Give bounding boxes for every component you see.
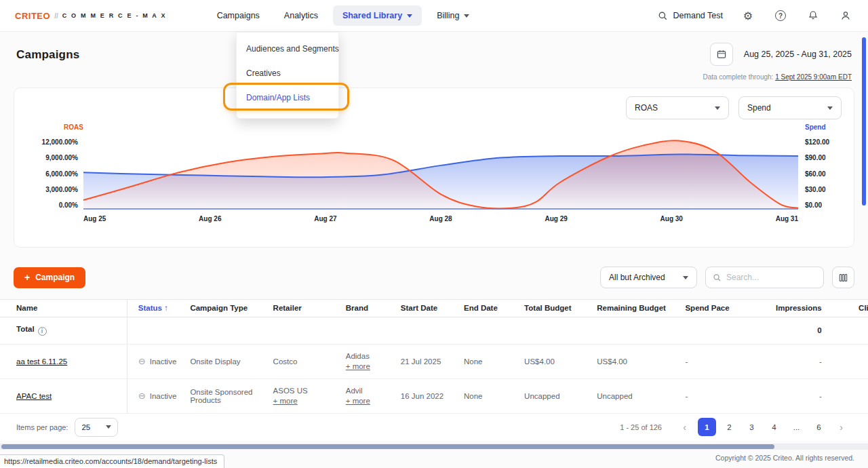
brand-more-link[interactable]: + more bbox=[346, 362, 387, 370]
question-mark-icon: ? bbox=[775, 10, 786, 21]
menu-item-audiences-segments[interactable]: Audiences and Segments bbox=[237, 37, 338, 61]
menu-item-creatives[interactable]: Creatives bbox=[237, 61, 338, 85]
user-profile-icon[interactable] bbox=[838, 8, 853, 23]
nav-label: Analytics bbox=[284, 11, 318, 20]
performance-chart-card: ROAS Spend ROAS 12,000.00%9,000.00%6,000… bbox=[14, 87, 854, 248]
horizontal-scrollbar-track[interactable] bbox=[0, 444, 868, 450]
line-chart-plot[interactable] bbox=[83, 138, 798, 209]
total-impressions: 0 bbox=[761, 317, 829, 344]
brand-cell: Advil+ more bbox=[339, 378, 394, 413]
spend-pace-cell: - bbox=[678, 344, 760, 378]
inactive-status-icon: ⊖ bbox=[138, 356, 146, 366]
person-icon bbox=[840, 9, 852, 22]
brand-more-link[interactable]: + more bbox=[346, 397, 387, 405]
col-header-retailer[interactable]: Retailer bbox=[267, 300, 339, 317]
page-button[interactable]: 2 bbox=[720, 418, 738, 436]
pagination-range: 1 - 25 of 126 bbox=[620, 423, 662, 431]
col-header-name[interactable]: Name bbox=[0, 300, 127, 317]
nav-item-analytics[interactable]: Analytics bbox=[275, 5, 328, 26]
col-header-clicks[interactable]: Clicks bbox=[829, 300, 868, 317]
chart-svg bbox=[83, 138, 798, 209]
page-ellipsis: ... bbox=[787, 418, 806, 436]
retailer-more-link[interactable]: + more bbox=[273, 397, 332, 405]
right-metric-select[interactable]: Spend bbox=[738, 96, 842, 119]
account-switcher[interactable]: Demand Test bbox=[658, 11, 723, 21]
page-header: Campaigns Aug 25, 2025 - Aug 31, 2025 Da… bbox=[0, 32, 868, 81]
total-clicks: 0 bbox=[829, 317, 868, 344]
table-row[interactable]: APAC test ⊖Inactive Onsite Sponsored Pro… bbox=[0, 378, 868, 413]
header-right: Aug 25, 2025 - Aug 31, 2025 Data complet… bbox=[703, 43, 852, 81]
x-axis-label: Aug 25 bbox=[83, 215, 106, 222]
impressions-cell: - bbox=[761, 378, 829, 413]
campaign-name-cell: aa test 6.11.25 bbox=[0, 344, 127, 378]
new-campaign-button[interactable]: Campaign bbox=[14, 267, 85, 288]
menu-item-domain-app-lists[interactable]: Domain/App Lists bbox=[237, 85, 338, 110]
col-header-impressions[interactable]: Impressions bbox=[761, 300, 829, 317]
vertical-scrollbar-thumb[interactable] bbox=[862, 37, 866, 206]
nav-item-billing[interactable]: Billing bbox=[427, 5, 479, 26]
bell-icon bbox=[807, 9, 819, 22]
page-title: Campaigns bbox=[16, 43, 79, 62]
axis-tick-label: $60.00 bbox=[805, 170, 826, 178]
col-header-total-budget[interactable]: Total Budget bbox=[517, 300, 590, 317]
empty-cell bbox=[127, 317, 183, 344]
x-axis-label: Aug 28 bbox=[429, 215, 452, 222]
chevron-down-icon bbox=[683, 276, 688, 279]
column-settings-button[interactable] bbox=[832, 267, 854, 288]
page-button[interactable]: 4 bbox=[765, 418, 783, 436]
criteo-logo[interactable]: CRITEO // C O M M E R C E - M A X bbox=[15, 11, 167, 21]
primary-nav: Campaigns Analytics Shared Library Billi… bbox=[208, 5, 479, 26]
total-budget-cell: Uncapped bbox=[517, 378, 590, 413]
data-complete-link[interactable]: 1 Sept 2025 9:00am EDT bbox=[775, 73, 852, 81]
items-per-page-select[interactable]: 25 bbox=[75, 418, 118, 437]
clicks-cell: - bbox=[829, 344, 868, 378]
nav-item-campaigns[interactable]: Campaigns bbox=[208, 5, 269, 26]
col-header-brand[interactable]: Brand bbox=[339, 300, 394, 317]
date-range-row: Aug 25, 2025 - Aug 31, 2025 bbox=[710, 43, 852, 66]
logo-product-text: C O M M E R C E - M A X bbox=[62, 12, 167, 19]
right-axis: Spend $120.00$90.00$60.00$30.00$0.00 bbox=[798, 123, 842, 222]
logo-brand-text: CRITEO bbox=[15, 11, 50, 21]
search-input[interactable] bbox=[726, 273, 801, 282]
left-metric-select[interactable]: ROAS bbox=[626, 96, 729, 119]
table-row[interactable]: aa test 6.11.25 ⊖Inactive Onsite Display… bbox=[0, 344, 868, 378]
col-header-start-date[interactable]: Start Date bbox=[394, 300, 457, 317]
archive-filter-select[interactable]: All but Archived bbox=[600, 267, 697, 288]
col-header-campaign-type[interactable]: Campaign Type bbox=[183, 300, 266, 317]
campaign-name-link[interactable]: APAC test bbox=[16, 392, 52, 400]
data-complete-line: Data complete through: 1 Sept 2025 9:00a… bbox=[703, 73, 852, 81]
columns-icon bbox=[838, 273, 848, 283]
retailer-cell: ASOS US+ more bbox=[267, 378, 339, 413]
calendar-button[interactable] bbox=[710, 43, 733, 66]
col-header-status[interactable]: Status ↑ bbox=[127, 300, 183, 317]
prev-page-button[interactable]: ‹ bbox=[675, 418, 694, 436]
top-nav-bar: CRITEO // C O M M E R C E - M A X Campai… bbox=[0, 0, 868, 32]
col-header-remaining-budget[interactable]: Remaining Budget bbox=[590, 300, 678, 317]
pagination-controls: 1 - 25 of 126 ‹ 1234...6 › bbox=[620, 418, 850, 436]
horizontal-scrollbar-thumb[interactable] bbox=[1, 444, 774, 449]
col-header-spend-pace[interactable]: Spend Pace bbox=[678, 300, 760, 317]
empty-cell bbox=[267, 317, 339, 344]
nav-label: Campaigns bbox=[217, 11, 260, 20]
impressions-cell: - bbox=[761, 344, 829, 378]
next-page-button[interactable]: › bbox=[832, 418, 850, 436]
spend-pace-cell: - bbox=[678, 378, 760, 413]
status-text: Inactive bbox=[150, 357, 177, 366]
page-button[interactable]: 3 bbox=[743, 418, 761, 436]
remaining-budget-cell: US$4.00 bbox=[590, 344, 678, 378]
toolbar-right: All but Archived bbox=[600, 267, 854, 288]
empty-cell bbox=[394, 317, 457, 344]
items-per-page-value: 25 bbox=[81, 423, 90, 431]
notifications-bell-icon[interactable] bbox=[806, 8, 821, 23]
info-icon[interactable]: i bbox=[38, 327, 47, 336]
nav-item-shared-library[interactable]: Shared Library bbox=[333, 5, 422, 26]
date-range-text[interactable]: Aug 25, 2025 - Aug 31, 2025 bbox=[744, 50, 852, 59]
status-text: Inactive bbox=[150, 392, 177, 400]
page-button[interactable]: 1 bbox=[698, 418, 716, 436]
settings-gear-icon[interactable]: ⚙ bbox=[741, 8, 755, 23]
col-header-end-date[interactable]: End Date bbox=[457, 300, 517, 317]
empty-cell bbox=[517, 317, 590, 344]
help-icon[interactable]: ? bbox=[773, 8, 788, 23]
campaign-name-link[interactable]: aa test 6.11.25 bbox=[16, 357, 67, 366]
page-button[interactable]: 6 bbox=[810, 418, 828, 436]
